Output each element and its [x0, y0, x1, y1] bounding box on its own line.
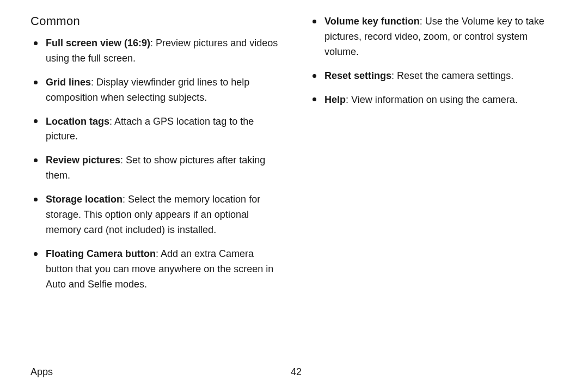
item-term: Full screen view (16:9) — [46, 38, 150, 48]
page-footer: Apps 42 — [30, 366, 562, 378]
list-item: Full screen view (16:9): Preview picture… — [30, 36, 283, 66]
list-item: Volume key function: Use the Volume key … — [309, 14, 562, 60]
footer-page-number: 42 — [291, 366, 302, 378]
content-columns: Common Full screen view (16:9): Preview … — [30, 13, 562, 301]
list-item: Help: View information on using the came… — [309, 93, 562, 108]
item-term: Reset settings — [324, 70, 391, 81]
item-term: Floating Camera button — [46, 248, 156, 259]
list-item: Storage location: Select the memory loca… — [30, 192, 283, 238]
list-item: Reset settings: Reset the camera setting… — [309, 69, 562, 84]
list-item: Grid lines: Display viewfinder grid line… — [30, 75, 283, 106]
item-desc: : View information on using the camera. — [346, 94, 518, 105]
right-list: Volume key function: Use the Volume key … — [309, 14, 562, 107]
item-term: Help — [324, 94, 346, 105]
item-term: Grid lines — [46, 77, 91, 88]
item-term: Review pictures — [46, 155, 120, 166]
list-item: Location tags: Attach a GPS location tag… — [30, 114, 283, 145]
list-item: Review pictures: Set to show pictures af… — [30, 153, 283, 183]
section-heading: Common — [30, 14, 283, 28]
item-term: Storage location — [46, 194, 122, 205]
right-column: Volume key function: Use the Volume key … — [309, 13, 562, 301]
footer-section-label: Apps — [30, 366, 53, 378]
item-term: Location tags — [46, 116, 109, 127]
left-list: Full screen view (16:9): Preview picture… — [30, 36, 283, 292]
document-page: Common Full screen view (16:9): Preview … — [0, 0, 588, 392]
item-term: Volume key function — [324, 16, 420, 27]
list-item: Floating Camera button: Add an extra Cam… — [30, 247, 283, 292]
left-column: Common Full screen view (16:9): Preview … — [30, 13, 283, 301]
item-desc: : Reset the camera settings. — [391, 70, 513, 81]
